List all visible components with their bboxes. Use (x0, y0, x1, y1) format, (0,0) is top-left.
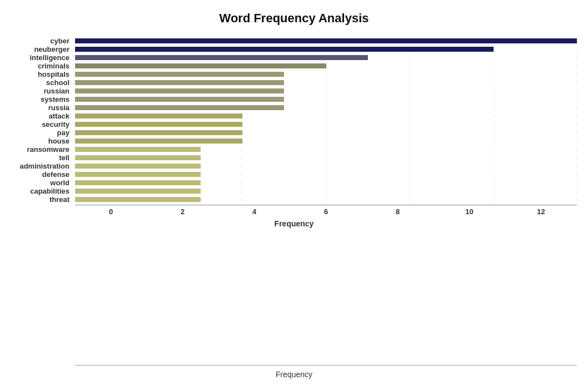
bar-row: intelligence (11, 53, 577, 62)
y-axis-labels (11, 239, 75, 365)
bar-label: ransomware (11, 145, 75, 154)
bar-label: attack (11, 112, 75, 120)
bar-row: attack (11, 112, 577, 120)
x-tick-label: 8 (362, 208, 433, 216)
bar-label: school (11, 78, 75, 87)
x-axis-title: Frequency (11, 219, 577, 228)
bar (75, 122, 242, 127)
bar (75, 38, 577, 44)
bar-row: defense (11, 170, 577, 179)
x-tick-label: 2 (147, 208, 218, 216)
bar (75, 172, 201, 177)
bar (75, 113, 242, 119)
bar-row: capabilities (11, 187, 577, 195)
bar (75, 88, 284, 94)
bar-row: house (11, 137, 577, 145)
chart-title: Word Frequency Analysis (11, 11, 577, 26)
bar (75, 72, 284, 77)
bar (75, 164, 201, 169)
bar-row: threat (11, 195, 577, 204)
bar-label: systems (11, 95, 75, 103)
x-tick-label: 12 (505, 208, 577, 216)
bar-row: security (11, 120, 577, 129)
bar-row: world (11, 179, 577, 187)
bar (75, 63, 326, 69)
bar (75, 105, 284, 111)
x-tick-label: 6 (290, 208, 362, 216)
x-tick-label: 4 (218, 208, 290, 216)
bar (75, 180, 201, 186)
bar-label: intelligence (11, 53, 75, 62)
bar-row: tell (11, 154, 577, 162)
bar-label: defense (11, 170, 75, 179)
bar (75, 189, 201, 194)
bar-row: ransomware (11, 145, 577, 154)
bar-label: house (11, 137, 75, 145)
bar-label: security (11, 120, 75, 129)
bar (75, 139, 242, 144)
x-tick-label: 0 (75, 208, 147, 216)
x-axis-line (75, 365, 577, 366)
bar-row: administration (11, 162, 577, 170)
bar-label: hospitals (11, 70, 75, 78)
bar (75, 47, 494, 52)
bar-label: neuberger (11, 45, 75, 53)
bar-row: pay (11, 129, 577, 137)
chart-container: Word Frequency Analysiscyberneubergerint… (0, 0, 588, 390)
bars-area (75, 239, 577, 365)
bar-label: administration (11, 162, 75, 170)
bar-row: russia (11, 103, 577, 112)
bar-label: cyber (11, 37, 75, 45)
bar-label: criminals (11, 62, 75, 70)
bar-label: capabilities (11, 187, 75, 195)
x-axis-labels: 024681012 (75, 205, 577, 216)
bar (75, 155, 201, 161)
bar (75, 147, 201, 152)
x-tick-label: 10 (433, 208, 505, 216)
bar-row: neuberger (11, 45, 577, 53)
bar-row: systems (11, 95, 577, 103)
bar-label: russian (11, 87, 75, 95)
chart-title: Word Frequency Analysiscyberneubergerint… (11, 11, 577, 228)
bar (75, 197, 201, 203)
bar-row: school (11, 78, 577, 87)
bar (75, 130, 242, 136)
bar-label: tell (11, 154, 75, 162)
x-axis-title: Frequency (11, 370, 577, 379)
bar-label: russia (11, 103, 75, 112)
bar-label: threat (11, 195, 75, 204)
bar-row: russian (11, 87, 577, 95)
bar-label: pay (11, 129, 75, 137)
bar-row: cyber (11, 37, 577, 45)
bar-row: hospitals (11, 70, 577, 78)
bar (75, 55, 368, 61)
bar (75, 80, 284, 86)
bar (75, 97, 284, 102)
bar-label: world (11, 179, 75, 187)
bar-row: criminals (11, 62, 577, 70)
